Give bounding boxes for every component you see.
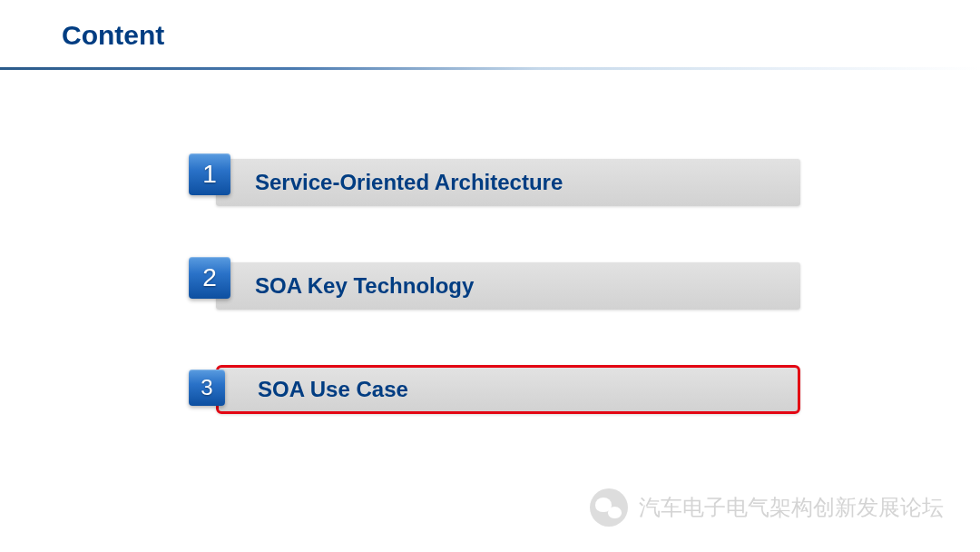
header-divider [0,67,980,70]
number-badge: 1 [189,153,230,195]
content-item-bar: SOA Key Technology [216,262,800,310]
item-number: 3 [201,375,212,400]
watermark: 汽车电子电气架构创新发展论坛 [590,488,944,527]
wechat-icon [590,488,628,527]
content-item-label: SOA Use Case [258,377,408,402]
item-number: 1 [202,160,217,189]
content-item-bar: Service-Oriented Architecture [216,159,800,206]
content-item-label: Service-Oriented Architecture [255,170,563,195]
item-number: 2 [202,263,217,292]
watermark-text: 汽车电子电气架构创新发展论坛 [639,493,944,522]
content-item-bar-highlighted: SOA Use Case [216,365,800,414]
content-item-3: SOA Use Case 3 [189,360,800,413]
number-badge: 3 [189,370,225,406]
content-item-1: Service-Oriented Architecture 1 [189,153,800,206]
number-badge: 2 [189,257,230,299]
content-list: Service-Oriented Architecture 1 SOA Key … [0,153,980,413]
page-title: Content [62,20,980,51]
slide-header: Content [0,0,980,51]
content-item-2: SOA Key Technology 2 [189,257,800,310]
content-item-label: SOA Key Technology [255,273,474,299]
